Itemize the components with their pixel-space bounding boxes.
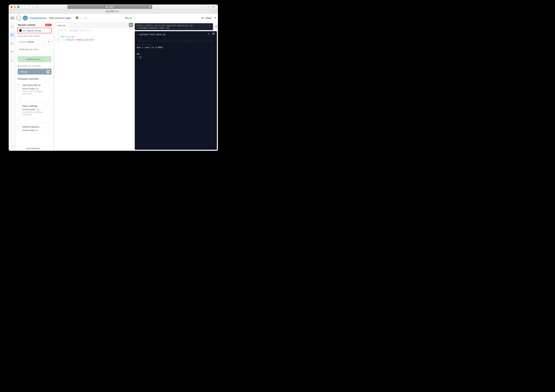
packages-icon[interactable]	[9, 41, 15, 46]
owner-link[interactable]: tusappliedanaly	[29, 17, 46, 19]
people-icon	[201, 17, 204, 19]
editor-pane: main.py 1 2 3 4 5 # -*- coding: utf-8 -*…	[53, 22, 135, 151]
run-label: Run	[125, 17, 129, 19]
terminal[interactable]: > python3 test_main.py . ---------------…	[135, 31, 217, 150]
safari-tab[interactable]: 東京理科大学	[106, 10, 121, 13]
close-window-icon[interactable]	[10, 6, 13, 8]
history-icon[interactable]	[84, 16, 87, 20]
modified-badge: M	[47, 70, 50, 73]
markdown-preview-icon[interactable]	[129, 23, 133, 27]
chevron-down-icon	[80, 17, 81, 19]
share-label: Share	[205, 17, 212, 19]
svg-point-10	[12, 60, 13, 61]
branch-selector[interactable]: branch: master	[18, 39, 45, 44]
github-icon	[19, 29, 22, 32]
commit-list: Add online IDE url Hiroshi Kajino • a...…	[16, 82, 53, 135]
tab-title: 東京理科大学	[106, 10, 118, 13]
svg-point-16	[208, 33, 209, 34]
svg-point-8	[11, 36, 12, 36]
svg-rect-0	[36, 6, 39, 8]
reload-icon[interactable]	[149, 6, 151, 8]
search-icon[interactable]	[207, 33, 210, 35]
minimize-window-icon[interactable]	[14, 6, 16, 8]
back-button[interactable]	[22, 5, 27, 9]
svg-rect-5	[213, 6, 215, 7]
svg-rect-2	[106, 7, 107, 8]
sync-status: up to date with master	[16, 35, 53, 39]
code-editor[interactable]: 1 2 3 4 5 # -*- coding: utf-8 -*- def ma…	[54, 28, 134, 150]
language-selector[interactable]	[76, 17, 81, 19]
repl-url-bar[interactable]: https://hello-world-tus-applied-analytic…	[135, 23, 213, 30]
address-bar[interactable]: repl.it	[67, 5, 152, 9]
safari-tab-bar: ⠿ 東京理科大学 +	[9, 9, 218, 14]
modified-file[interactable]: main.py M	[18, 69, 51, 74]
commit-dot-icon	[17, 126, 19, 127]
commit-item[interactable]: Repl.it Settings Hiroshi Kajino • a... h…	[21, 103, 51, 122]
tabs-icon[interactable]	[212, 5, 216, 9]
line-gutter: 1 2 3 4 5	[55, 28, 61, 149]
nav-buttons	[22, 5, 32, 9]
icon-rail: ?	[9, 22, 16, 151]
repo-name: tus-applied-analyti...	[23, 29, 43, 32]
python-icon	[76, 17, 79, 19]
forward-button[interactable]	[27, 5, 32, 9]
repo-link[interactable]: tus-applied-analyti...	[17, 28, 52, 33]
feedback-link[interactable]: Send feedback	[26, 147, 40, 150]
window-traffic-lights	[10, 6, 19, 8]
safari-titlebar: repl.it	[9, 5, 218, 9]
chevron-down-icon	[119, 11, 121, 12]
share-icon[interactable]	[206, 5, 210, 9]
debugger-icon[interactable]	[9, 49, 15, 54]
maximize-window-icon[interactable]	[17, 6, 19, 8]
commit-message-input[interactable]	[18, 46, 51, 55]
previous-commits-title: Previous Commits	[16, 77, 53, 82]
run-button[interactable]: Run ▶	[121, 15, 135, 21]
share-button[interactable]: Share	[201, 17, 212, 19]
cursor-icon	[140, 56, 141, 59]
menu-icon[interactable]	[10, 16, 15, 20]
code-content: # -*- coding: utf-8 -*- def main(): retu…	[61, 28, 95, 149]
commit-item[interactable]: GitHub Classroo... Hiroshi Kajino • a	[21, 124, 51, 134]
commit-item[interactable]: Add online IDE url Hiroshi Kajino • a...…	[21, 82, 51, 101]
repl-name[interactable]: hello-world-tus-appli...	[49, 17, 73, 19]
play-icon: ▶	[131, 17, 132, 19]
file-tab[interactable]: main.py	[55, 23, 68, 28]
svg-point-6	[202, 17, 203, 18]
svg-point-7	[11, 34, 12, 35]
url-host: repl.it	[109, 6, 114, 8]
commit-dot-icon	[17, 84, 19, 86]
chevron-down-icon	[42, 41, 43, 43]
console-pane: https://hello-world-tus-applied-analytic…	[135, 22, 218, 151]
settings-icon[interactable]	[9, 58, 15, 63]
commit-push-button[interactable]: commit & push →	[18, 56, 51, 62]
safari-sidebar-button[interactable]	[35, 5, 40, 9]
new-branch-button[interactable]: +	[46, 39, 51, 44]
files-icon[interactable]	[9, 24, 15, 30]
grip-icon[interactable]: ⠿	[10, 10, 12, 13]
commit-dot-icon	[17, 105, 19, 106]
clear-icon[interactable]	[212, 33, 215, 35]
panel-title: Version control	[18, 23, 44, 26]
help-button[interactable]: ?	[10, 145, 15, 149]
beta-badge: BETA	[45, 24, 51, 26]
new-tab-button[interactable]: +	[213, 9, 218, 14]
version-control-panel: Version control BETA tus-applied-analyti…	[16, 22, 53, 151]
svg-line-17	[209, 34, 210, 35]
replit-logo-icon[interactable]	[16, 15, 21, 21]
version-control-icon[interactable]	[9, 32, 15, 38]
new-button[interactable]: +	[214, 16, 216, 20]
open-external-icon[interactable]	[214, 25, 217, 28]
team-avatar[interactable]: 🤖	[23, 15, 28, 21]
lock-icon	[106, 6, 108, 8]
replit-header: 🤖 tusappliedanaly / hello-world-tus-appl…	[9, 14, 218, 22]
svg-rect-4	[213, 7, 215, 8]
breadcrumb: tusappliedanaly / hello-world-tus-appli.…	[29, 17, 73, 19]
modified-count-label: 1 modified file or folder	[16, 65, 53, 69]
